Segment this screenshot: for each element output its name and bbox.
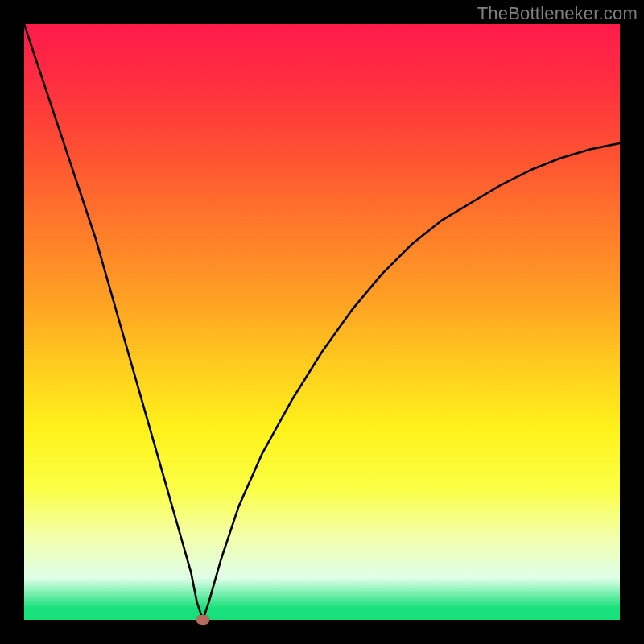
- curve-svg: [24, 24, 620, 620]
- bottleneck-curve-path: [24, 24, 620, 620]
- chart-frame: TheBottleneker.com: [0, 0, 644, 644]
- watermark-text: TheBottleneker.com: [477, 3, 638, 24]
- plot-area: [24, 24, 620, 620]
- curve-min-marker: [196, 615, 209, 625]
